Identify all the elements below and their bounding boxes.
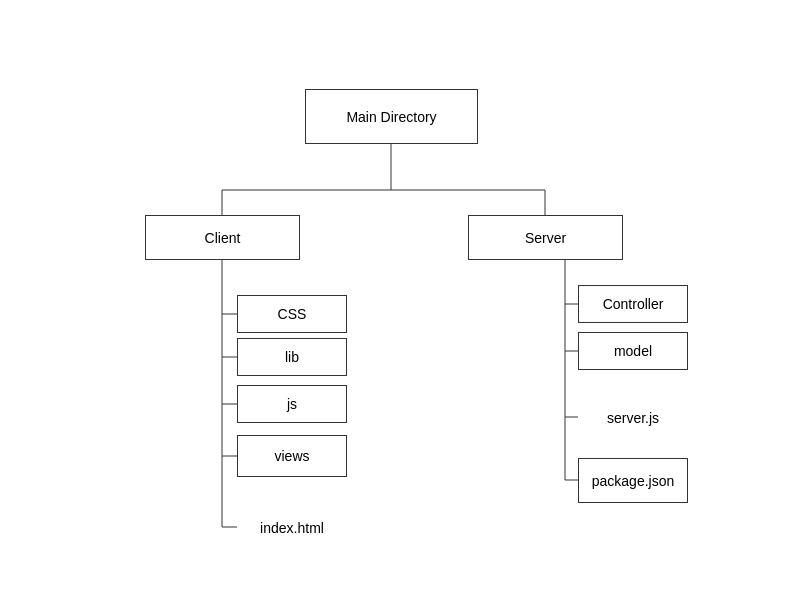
server-node: Server [468,215,623,260]
serverjs-label: server.js [607,410,659,426]
main-directory-label: Main Directory [346,109,436,125]
lib-label: lib [285,349,299,365]
index-label: index.html [260,520,324,536]
client-label: Client [205,230,241,246]
serverjs-node: server.js [578,400,688,435]
model-label: model [614,343,652,359]
css-label: CSS [278,306,307,322]
lib-node: lib [237,338,347,376]
packagejson-label: package.json [592,473,675,489]
model-node: model [578,332,688,370]
js-label: js [287,396,297,412]
css-node: CSS [237,295,347,333]
views-node: views [237,435,347,477]
index-node: index.html [237,510,347,545]
controller-label: Controller [603,296,664,312]
js-node: js [237,385,347,423]
views-label: views [274,448,309,464]
main-directory-node: Main Directory [305,89,478,144]
packagejson-node: package.json [578,458,688,503]
diagram: Main Directory Client Server CSS lib js … [0,0,800,600]
controller-node: Controller [578,285,688,323]
client-node: Client [145,215,300,260]
server-label: Server [525,230,566,246]
